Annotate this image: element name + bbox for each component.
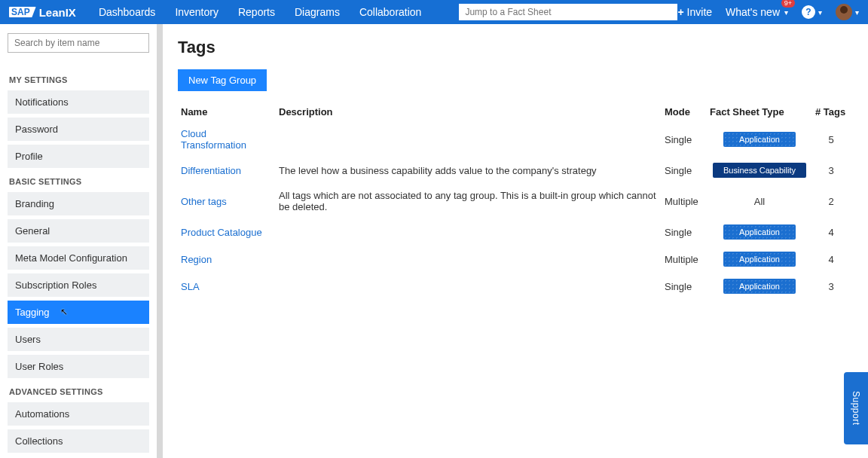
tag-group-mode: Single bbox=[662, 218, 707, 246]
tag-group-mode: Single bbox=[662, 122, 707, 157]
sidebar-item-label: Users bbox=[15, 334, 41, 345]
table-row: Cloud Transformation Single Application … bbox=[178, 122, 850, 157]
fact-sheet-type-pill: Application bbox=[723, 224, 796, 240]
sidebar-item-notifications[interactable]: Notifications bbox=[8, 90, 149, 114]
sidebar-item-meta-model[interactable]: Meta Model Configuration bbox=[8, 246, 149, 270]
sidebar-item-label: Automations bbox=[15, 408, 69, 420]
new-tag-group-button[interactable]: New Tag Group bbox=[178, 69, 267, 91]
plus-icon: + bbox=[677, 6, 683, 18]
help-menu[interactable]: ? ▾ bbox=[802, 5, 822, 19]
tag-group-link[interactable]: Region bbox=[181, 254, 212, 265]
table-row: Other tags All tags which are not associ… bbox=[178, 184, 850, 218]
invite-label: Invite bbox=[687, 6, 712, 18]
sidebar-item-password[interactable]: Password bbox=[8, 118, 149, 141]
sidebar-item-label: Password bbox=[15, 124, 58, 135]
table-header-row: Name Description Mode Fact Sheet Type # … bbox=[178, 102, 850, 122]
table-row: Product Catalogue Single Application 4 bbox=[178, 218, 850, 246]
sidebar-item-tagging[interactable]: Tagging ↖ bbox=[8, 301, 149, 324]
tag-count: 5 bbox=[812, 122, 850, 157]
tag-groups-table: Name Description Mode Fact Sheet Type # … bbox=[178, 102, 850, 300]
column-name[interactable]: Name bbox=[178, 102, 276, 122]
tag-count: 3 bbox=[812, 273, 850, 300]
sidebar-item-label: General bbox=[15, 225, 50, 237]
tag-group-link[interactable]: Differentiation bbox=[181, 165, 241, 176]
nav-diagrams[interactable]: Diagrams bbox=[295, 6, 340, 18]
cursor-icon: ↖ bbox=[60, 307, 68, 317]
tag-group-mode: Single bbox=[662, 273, 707, 300]
tag-group-mode: Single bbox=[662, 157, 707, 184]
sidebar-scrollbar[interactable] bbox=[157, 24, 163, 458]
brand-name: LeanIX bbox=[39, 6, 76, 19]
tag-group-link[interactable]: Product Catalogue bbox=[181, 227, 262, 238]
main-content: Tags New Tag Group Name Description Mode… bbox=[163, 24, 868, 458]
sap-logo-text: SAP bbox=[9, 7, 36, 17]
avatar bbox=[836, 4, 852, 20]
tag-group-description bbox=[276, 218, 662, 246]
tag-group-description bbox=[276, 273, 662, 300]
fact-sheet-type-pill: Application bbox=[723, 252, 796, 267]
column-mode[interactable]: Mode bbox=[662, 102, 707, 122]
sidebar-item-label: User Roles bbox=[15, 361, 63, 372]
sidebar-heading-my-settings: MY SETTINGS bbox=[9, 75, 149, 84]
invite-button[interactable]: + Invite bbox=[677, 6, 712, 18]
fact-sheet-type-pill: Application bbox=[723, 132, 796, 147]
sidebar-item-label: Profile bbox=[15, 151, 43, 162]
notification-badge: 9+ bbox=[781, 0, 795, 8]
support-tab[interactable]: Support bbox=[844, 372, 868, 444]
user-menu[interactable]: ▾ bbox=[836, 4, 859, 20]
brand-logo[interactable]: SAP LeanIX bbox=[9, 6, 76, 19]
sidebar-item-label: Collections bbox=[15, 435, 63, 447]
tag-group-description bbox=[276, 122, 662, 157]
table-row: Region Multiple Application 4 bbox=[178, 246, 850, 273]
table-row: SLA Single Application 3 bbox=[178, 273, 850, 300]
sidebar-heading-advanced-settings: ADVANCED SETTINGS bbox=[9, 387, 149, 396]
sidebar-item-general[interactable]: General bbox=[8, 219, 149, 243]
tag-group-description bbox=[276, 246, 662, 273]
tag-count: 3 bbox=[812, 157, 850, 184]
column-tag-count[interactable]: # Tags bbox=[812, 102, 850, 122]
fact-sheet-type-pill: Business Capability bbox=[713, 163, 806, 178]
sidebar-item-automations[interactable]: Automations bbox=[8, 402, 149, 426]
sidebar: MY SETTINGS Notifications Password Profi… bbox=[0, 24, 157, 458]
sidebar-item-label: Tagging bbox=[15, 307, 50, 318]
tag-count: 2 bbox=[812, 184, 850, 218]
fact-sheet-type-pill: Application bbox=[723, 279, 796, 294]
nav-reports[interactable]: Reports bbox=[238, 6, 275, 18]
tag-group-link[interactable]: SLA bbox=[181, 281, 200, 292]
sidebar-item-collections[interactable]: Collections bbox=[8, 429, 149, 453]
tag-group-description: The level how a business capability adds… bbox=[276, 157, 662, 184]
support-label: Support bbox=[851, 391, 861, 426]
nav-dashboards[interactable]: Dashboards bbox=[99, 6, 156, 18]
nav-collaboration[interactable]: Collaboration bbox=[359, 6, 422, 18]
top-nav: Dashboards Inventory Reports Diagrams Co… bbox=[99, 6, 422, 18]
sidebar-item-user-roles[interactable]: User Roles bbox=[8, 355, 149, 378]
whats-new-button[interactable]: What's new ▾ 9+ bbox=[726, 6, 788, 18]
table-row: Differentiation The level how a business… bbox=[178, 157, 850, 184]
sidebar-item-profile[interactable]: Profile bbox=[8, 145, 149, 168]
global-search-input[interactable] bbox=[459, 4, 677, 20]
column-description[interactable]: Description bbox=[276, 102, 662, 122]
chevron-down-icon: ▾ bbox=[784, 8, 788, 17]
tag-group-link[interactable]: Cloud Transformation bbox=[181, 128, 246, 151]
fact-sheet-type-text: All bbox=[707, 184, 812, 218]
nav-inventory[interactable]: Inventory bbox=[175, 6, 219, 18]
tag-group-link[interactable]: Other tags bbox=[181, 196, 227, 207]
sidebar-item-users[interactable]: Users bbox=[8, 328, 149, 351]
page-title: Tags bbox=[178, 38, 850, 57]
top-right-controls: + Invite What's new ▾ 9+ ? ▾ ▾ bbox=[677, 4, 859, 20]
tag-group-mode: Multiple bbox=[662, 246, 707, 273]
whats-new-label: What's new bbox=[726, 6, 780, 18]
sidebar-item-label: Notifications bbox=[15, 96, 69, 108]
sidebar-search-input[interactable] bbox=[8, 33, 149, 53]
help-icon: ? bbox=[802, 5, 815, 19]
sidebar-item-label: Branding bbox=[15, 198, 54, 209]
sidebar-item-label: Subscription Roles bbox=[15, 279, 96, 291]
sidebar-item-branding[interactable]: Branding bbox=[8, 192, 149, 215]
tag-count: 4 bbox=[812, 246, 850, 273]
sidebar-item-label: Meta Model Configuration bbox=[15, 252, 127, 264]
tag-count: 4 bbox=[812, 218, 850, 246]
global-search[interactable] bbox=[459, 4, 677, 20]
sidebar-item-subscription-roles[interactable]: Subscription Roles bbox=[8, 273, 149, 297]
top-bar: SAP LeanIX Dashboards Inventory Reports … bbox=[0, 0, 868, 24]
column-fact-sheet-type[interactable]: Fact Sheet Type bbox=[707, 102, 812, 122]
